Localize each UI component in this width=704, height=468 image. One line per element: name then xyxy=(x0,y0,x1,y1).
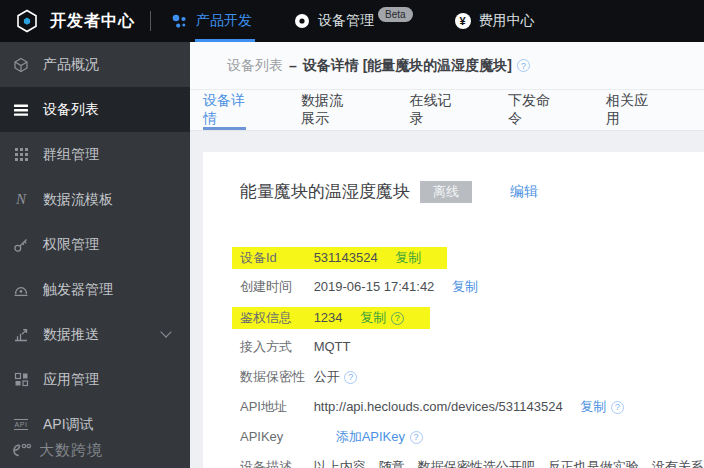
sidebar-item-permission-mgmt[interactable]: 权限管理 xyxy=(0,222,190,267)
device-id-value: 531143524 xyxy=(314,250,378,265)
top-navbar: 开发者中心 产品开发 设备管理 Beta ¥ 费 xyxy=(0,0,704,42)
tab-send-command[interactable]: 下发命令 xyxy=(508,90,551,130)
onenet-logo-icon[interactable] xyxy=(14,8,40,34)
tab-label: 下发命令 xyxy=(508,92,551,128)
datastream-n-icon: N xyxy=(13,192,29,208)
created-time-value: 2019-06-15 17:41:42 xyxy=(314,279,435,294)
sidebar-item-label: 应用管理 xyxy=(43,371,99,389)
tab-label: 相关应用 xyxy=(606,92,649,128)
copy-button[interactable]: 复制 xyxy=(360,310,386,325)
breadcrumb-separator: – xyxy=(289,58,297,74)
add-apikey-button[interactable]: 添加APIKey xyxy=(336,429,405,444)
data-push-icon xyxy=(13,327,29,343)
field-label: 鉴权信息 xyxy=(240,308,310,328)
sidebar-item-app-mgmt[interactable]: 应用管理 xyxy=(0,357,190,402)
device-description-value: 以上内容，随意，数据保密性选公开吧，反正也是做实验，没有关系。 xyxy=(314,459,704,468)
access-mode-value: MQTT xyxy=(314,339,351,354)
brand-title[interactable]: 开发者中心 xyxy=(50,11,146,32)
topnav-item-device-mgmt[interactable]: 设备管理 Beta xyxy=(294,0,413,42)
field-label: 创建时间 xyxy=(240,277,310,297)
copy-button[interactable]: 复制 xyxy=(452,279,478,294)
field-label: 设备Id xyxy=(240,248,310,268)
field-row-apikey: APIKey 添加APIKey ? xyxy=(240,427,684,447)
topbar-divider xyxy=(150,11,151,31)
chevron-down-icon[interactable] xyxy=(160,326,171,337)
field-row-device-description: 设备描述 以上内容，随意，数据保密性选公开吧，反正也是做实验，没有关系。 xyxy=(240,457,684,468)
topnav-item-product-dev[interactable]: 产品开发 xyxy=(171,0,252,42)
field-label: 设备描述 xyxy=(240,457,310,468)
help-icon[interactable]: ? xyxy=(611,401,624,414)
sidebar-item-label: 群组管理 xyxy=(43,146,99,164)
sidebar-item-datastream-template[interactable]: N 数据流模板 xyxy=(0,177,190,222)
app-window: 开发者中心 产品开发 设备管理 Beta ¥ 费 xyxy=(0,0,704,468)
field-label: APIKey xyxy=(240,427,310,447)
field-row-created-time: 创建时间 2019-06-15 17:41:42 复制 xyxy=(240,277,684,297)
tab-online-record[interactable]: 在线记录 xyxy=(410,90,453,130)
sidebar: 产品概况 设备列表 xyxy=(0,42,190,468)
topnav-label: 设备管理 xyxy=(318,12,374,30)
api-url-value: http://api.heclouds.com/devices/53114352… xyxy=(314,399,563,414)
topnav-item-fee-center[interactable]: ¥ 费用中心 xyxy=(455,0,535,42)
edit-button[interactable]: 编辑 xyxy=(510,183,538,201)
product-dev-dots-icon xyxy=(171,13,188,30)
watermark-logo-icon xyxy=(10,442,34,459)
cube-icon xyxy=(13,57,29,73)
field-row-api-url: API地址 http://api.heclouds.com/devices/53… xyxy=(240,397,684,417)
data-privacy-value: 公开 xyxy=(314,369,340,384)
sidebar-item-data-push[interactable]: 数据推送 xyxy=(0,312,190,357)
help-icon[interactable]: ? xyxy=(344,371,357,384)
tab-datastream-display[interactable]: 数据流展示 xyxy=(301,90,355,130)
field-label: 接入方式 xyxy=(240,337,310,357)
topnav-label: 产品开发 xyxy=(196,12,252,30)
sidebar-item-product-overview[interactable]: 产品概况 xyxy=(0,42,190,87)
device-mgmt-donut-icon xyxy=(294,13,310,29)
sidebar-item-label: 设备列表 xyxy=(43,101,99,119)
sidebar-item-label: 数据流模板 xyxy=(43,191,113,209)
tab-bar: 设备详情 数据流展示 在线记录 下发命令 相关应用 xyxy=(190,90,704,131)
field-row-device-id: 设备Id 531143524 复制 xyxy=(240,247,684,267)
apps-grid-icon xyxy=(13,372,29,388)
sidebar-item-trigger-mgmt[interactable]: 触发器管理 xyxy=(0,267,190,312)
auth-info-value: 1234 xyxy=(314,310,343,325)
device-title: 能量魔块的温湿度魔块 xyxy=(240,180,410,204)
breadcrumb: 设备列表 – 设备详情 [能量魔块的温湿度魔块] ? xyxy=(190,42,704,90)
device-detail-card: 能量魔块的温湿度魔块 离线 编辑 设备Id 531143524 复制 xyxy=(203,152,704,468)
sidebar-item-group-mgmt[interactable]: 群组管理 xyxy=(0,132,190,177)
yen-circle-icon: ¥ xyxy=(455,13,471,29)
list-icon xyxy=(13,102,29,118)
sidebar-item-label: 产品概况 xyxy=(43,56,99,74)
field-row-access-mode: 接入方式 MQTT xyxy=(240,337,684,357)
main-content: 设备列表 – 设备详情 [能量魔块的温湿度魔块] ? 设备详情 数据流展示 在线… xyxy=(190,42,704,468)
status-badge-offline: 离线 xyxy=(420,181,472,203)
field-label: API地址 xyxy=(240,397,310,417)
key-icon xyxy=(13,237,29,253)
tab-device-detail[interactable]: 设备详情 xyxy=(203,90,246,130)
breadcrumb-section[interactable]: 设备列表 xyxy=(227,57,283,75)
copy-button[interactable]: 复制 xyxy=(580,399,606,414)
sidebar-item-label: 权限管理 xyxy=(43,236,99,254)
help-icon[interactable]: ? xyxy=(517,59,530,72)
tab-related-apps[interactable]: 相关应用 xyxy=(606,90,649,130)
field-row-data-privacy: 数据保密性 公开 ? xyxy=(240,367,684,387)
tab-label: 数据流展示 xyxy=(301,92,355,128)
beta-badge: Beta xyxy=(378,7,413,22)
field-row-auth-info: 鉴权信息 1234 复制 ? xyxy=(240,307,684,327)
field-label: 数据保密性 xyxy=(240,367,310,387)
trigger-gauge-icon xyxy=(13,282,29,298)
help-icon[interactable]: ? xyxy=(410,431,423,444)
sidebar-item-device-list[interactable]: 设备列表 xyxy=(0,87,190,132)
help-icon[interactable]: ? xyxy=(391,312,404,325)
sidebar-item-label: API调试 xyxy=(43,416,94,434)
sidebar-item-label: 数据推送 xyxy=(43,326,99,344)
topnav-label: 费用中心 xyxy=(479,12,535,30)
highlight-marker: 鉴权信息 1234 复制 ? xyxy=(232,307,430,329)
copy-button[interactable]: 复制 xyxy=(395,250,421,265)
tab-label: 设备详情 xyxy=(203,92,246,128)
dot-grid-icon xyxy=(13,147,29,163)
api-icon: API xyxy=(13,417,29,433)
tab-label: 在线记录 xyxy=(410,92,453,128)
breadcrumb-current: 设备详情 [能量魔块的温湿度魔块] xyxy=(303,57,512,75)
sidebar-item-label: 触发器管理 xyxy=(43,281,113,299)
highlight-marker: 设备Id 531143524 复制 xyxy=(232,247,447,269)
watermark-text: 大数跨境 xyxy=(39,441,103,460)
